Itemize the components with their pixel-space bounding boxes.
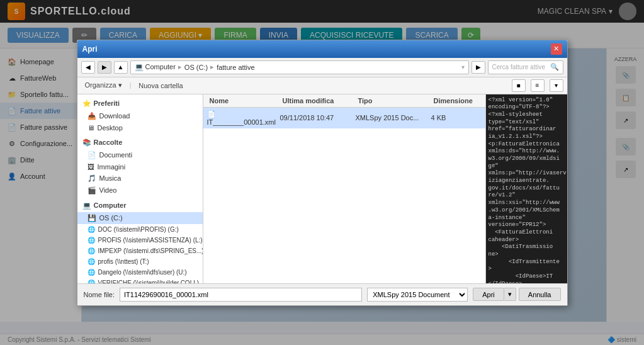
tree-item-doc-g[interactable]: 🌐 DOC (\\sistemi\PROFIS) (G:): [77, 224, 203, 235]
col-name[interactable]: Nome: [207, 96, 280, 105]
tree-item-video[interactable]: 🎬 Video: [77, 184, 203, 196]
xml-file-icon: 📄: [207, 110, 216, 118]
tree-section-computer: 💻 Computer: [77, 199, 203, 212]
nav-up-button[interactable]: ▲: [114, 61, 128, 74]
tree-item-desktop[interactable]: 🖥 Desktop: [77, 122, 203, 133]
breadcrumb-part-3: fatture attive: [217, 64, 255, 71]
tree-item-documenti[interactable]: 📄 Documenti: [77, 149, 203, 161]
net-drive-coll-icon: 🌐: [88, 280, 95, 283]
net-drive-u-icon: 🌐: [88, 269, 95, 276]
cancel-button[interactable]: Annulla: [519, 288, 561, 301]
breadcrumb-part-1: 💻 Computer: [135, 63, 176, 71]
search-box[interactable]: Cerca fatture attive 🔍: [488, 60, 563, 74]
col-modified[interactable]: Ultima modifica: [280, 96, 356, 105]
documents-icon: 📄: [88, 151, 96, 159]
dialog-nav-toolbar: ◀ ▶ ▲ 💻 Computer ▸ OS (C:) ▸ fatture att…: [77, 58, 567, 77]
tree-item-impexp[interactable]: 🌐 IMPEXP (\\sistemi.dfs\SPRING_ES...): [77, 246, 203, 256]
nuova-cartella-button[interactable]: Nuova cartella: [135, 81, 186, 91]
dialog-subbar: Organizza ▾ | Nuova cartella ■ ≡ ▾: [77, 77, 567, 94]
view-dropdown-btn[interactable]: ▾: [550, 79, 563, 92]
file-list-body: 📄 IT________00001.xml 09/11/2018 10:47 X…: [203, 108, 485, 283]
dialog-overlay: Apri ✕ ◀ ▶ ▲ 💻 Computer ▸ OS (C:) ▸ fatt…: [0, 0, 644, 345]
net-drive-e-icon: 🌐: [88, 247, 95, 254]
dialog-title: Apri: [82, 45, 98, 54]
desktop-icon: 🖥: [88, 124, 94, 132]
collections-icon: 📚: [82, 139, 91, 147]
footer-buttons: Apri ▾ Annulla: [473, 288, 560, 301]
preview-panel: <?xml version="1.0" encoding="UTF-8"?> <…: [485, 94, 567, 283]
file-modified: 09/11/2018 10:47: [280, 114, 356, 122]
col-type[interactable]: Tipo: [356, 96, 431, 105]
col-size[interactable]: Dimensione: [431, 96, 482, 105]
file-tree: ⭐ Preferiti 📥 Download 🖥 Desktop 📚 Racco…: [77, 94, 203, 283]
tree-item-download[interactable]: 📥 Download: [77, 110, 203, 122]
search-placeholder: Cerca fatture attive: [492, 64, 545, 71]
breadcrumb-part-2: OS (C:): [184, 64, 208, 71]
view-list-btn[interactable]: ≡: [531, 79, 545, 92]
address-bar: 💻 Computer ▸ OS (C:) ▸ fatture attive ▾ …: [130, 60, 563, 74]
nav-forward-button[interactable]: ▶: [98, 61, 111, 74]
breadcrumb-dropdown-icon: ▾: [461, 64, 465, 71]
organizza-button[interactable]: Organizza ▾: [81, 80, 126, 91]
address-go-button[interactable]: ▶: [472, 61, 485, 74]
nav-back-button[interactable]: ◀: [81, 61, 95, 74]
dialog-close-button[interactable]: ✕: [551, 43, 562, 55]
file-name: 📄 IT________00001.xml: [207, 110, 280, 126]
video-icon: 🎬: [88, 186, 96, 195]
file-item[interactable]: 📄 IT________00001.xml 09/11/2018 10:47 X…: [203, 108, 485, 128]
tree-item-verifiche[interactable]: 🌐 VERIFICHE (\\sistemi\builder.COLL)...: [77, 278, 203, 283]
filename-input[interactable]: [120, 288, 362, 302]
tree-item-dangelo[interactable]: 🌐 Dangelo (\\sistemi\dfs\user) (U:): [77, 267, 203, 278]
tree-item-immagini[interactable]: 🖼 Immagini: [77, 161, 203, 172]
view-icon-btn[interactable]: ■: [512, 79, 526, 92]
tree-section-raccolte: 📚 Raccolte: [77, 136, 203, 149]
address-breadcrumb[interactable]: 💻 Computer ▸ OS (C:) ▸ fatture attive ▾: [130, 60, 469, 74]
open-dropdown-button[interactable]: ▾: [504, 288, 516, 301]
file-list-area: Nome Ultima modifica Tipo Dimensione 📄 I…: [203, 94, 485, 283]
net-drive-g-icon: 🌐: [88, 226, 95, 233]
dialog-content: ⭐ Preferiti 📥 Download 🖥 Desktop 📚 Racco…: [77, 94, 567, 283]
file-size: 4 KB: [431, 114, 482, 122]
preview-content: <?xml version="1.0" encoding="UTF-8"?> <…: [489, 97, 565, 283]
file-list-header: Nome Ultima modifica Tipo Dimensione: [203, 94, 485, 108]
tree-item-profis-l[interactable]: 🌐 PROFIS (\\sistemi\ASSISTENZA) (L:): [77, 235, 203, 246]
tree-item-musica[interactable]: 🎵 Musica: [77, 172, 203, 184]
open-file-dialog: Apri ✕ ◀ ▶ ▲ 💻 Computer ▸ OS (C:) ▸ fatt…: [77, 40, 568, 306]
open-button-group: Apri ▾: [473, 288, 516, 301]
star-icon: ⭐: [82, 99, 91, 108]
file-type: XMLSpy 2015 Doc...: [356, 114, 431, 122]
tree-item-osc[interactable]: 💾 OS (C:): [77, 212, 203, 224]
search-icon: 🔍: [550, 63, 559, 71]
download-icon: 📥: [88, 112, 96, 120]
dialog-footer: Nome file: XMLSpy 2015 Document Apri ▾ A…: [77, 283, 567, 305]
tree-item-profis-t[interactable]: 🌐 profis (\\nttest) (T:): [77, 256, 203, 267]
computer-icon: 💻: [82, 201, 91, 210]
net-drive-t-icon: 🌐: [88, 258, 95, 265]
dialog-titlebar: Apri ✕: [77, 40, 567, 58]
net-drive-l-icon: 🌐: [88, 237, 95, 244]
filetype-select[interactable]: XMLSpy 2015 Document: [367, 288, 468, 302]
tree-section-preferiti: ⭐ Preferiti: [77, 97, 203, 110]
images-icon: 🖼: [88, 163, 94, 171]
drive-c-icon: 💾: [88, 214, 96, 222]
filename-label: Nome file:: [84, 291, 115, 298]
music-icon: 🎵: [88, 174, 96, 183]
open-button[interactable]: Apri: [473, 288, 504, 301]
